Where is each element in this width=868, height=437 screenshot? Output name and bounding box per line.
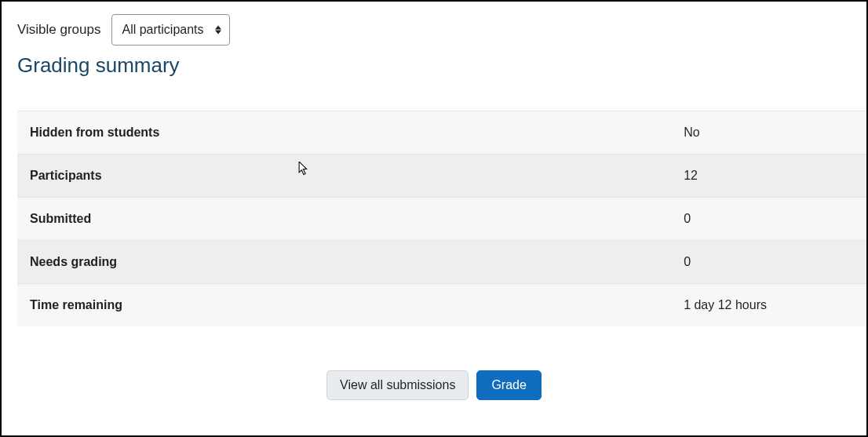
row-value: 0: [671, 241, 866, 284]
row-label: Participants: [17, 155, 671, 198]
row-label: Hidden from students: [17, 111, 671, 155]
row-label: Needs grading: [17, 241, 671, 284]
table-row: Hidden from students No: [17, 111, 866, 155]
visible-groups-selected: All participants: [122, 23, 203, 37]
row-value: 12: [671, 155, 866, 198]
row-label: Submitted: [17, 198, 671, 241]
sort-icon: [215, 26, 221, 35]
visible-groups-row: Visible groups All participants: [2, 14, 866, 46]
row-value: No: [671, 111, 866, 155]
visible-groups-select[interactable]: All participants: [111, 14, 229, 46]
visible-groups-label: Visible groups: [17, 22, 100, 38]
table-row: Needs grading 0: [17, 241, 866, 284]
row-value: 0: [671, 198, 866, 241]
table-row: Submitted 0: [17, 198, 866, 241]
view-all-submissions-button[interactable]: View all submissions: [326, 370, 469, 400]
actions-row: View all submissions Grade: [2, 370, 866, 400]
grade-button[interactable]: Grade: [476, 370, 541, 400]
table-row: Time remaining 1 day 12 hours: [17, 284, 866, 327]
page-container: Visible groups All participants Grading …: [0, 0, 868, 437]
grading-summary-heading: Grading summary: [2, 53, 866, 78]
grading-summary-table: Hidden from students No Participants 12 …: [17, 111, 866, 326]
table-row: Participants 12: [17, 155, 866, 198]
row-label: Time remaining: [17, 284, 671, 327]
row-value: 1 day 12 hours: [671, 284, 866, 327]
